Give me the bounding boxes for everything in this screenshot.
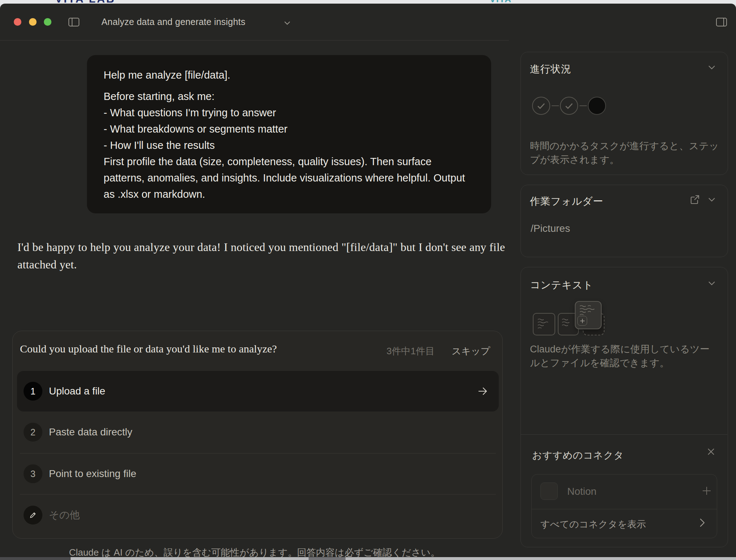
step-current-icon xyxy=(588,97,606,115)
close-window-button[interactable] xyxy=(14,18,21,26)
step-done-icon xyxy=(532,97,550,115)
question-progress-counter: 3件中1件目 xyxy=(386,345,435,358)
right-sidebar-toggle-icon[interactable] xyxy=(715,17,728,28)
ai-disclaimer: Claude は AI のため、誤りを含む可能性があります。回答内容は必ずご確認… xyxy=(0,546,509,559)
option-other[interactable]: その他 xyxy=(17,494,499,535)
chevron-down-icon[interactable] xyxy=(707,197,716,202)
question-text: Could you upload the file or data you'd … xyxy=(20,343,346,355)
skip-button[interactable]: スキップ xyxy=(452,345,490,358)
titlebar: Analyze data and generate insights xyxy=(0,4,736,40)
progress-caption: 時間のかかるタスクが進行すると、ステップが表示されます。 xyxy=(530,139,719,167)
context-caption: Claudeが作業する際に使用しているツールとファイルを確認できます。 xyxy=(530,342,719,370)
pencil-icon xyxy=(24,506,42,525)
chevron-down-icon[interactable] xyxy=(707,64,716,70)
user-message-bullet: - How I'll use the results xyxy=(104,137,474,154)
question-card: Could you upload the file or data you'd … xyxy=(12,331,503,539)
option-label: Upload a file xyxy=(49,385,105,397)
minimize-window-button[interactable] xyxy=(29,18,37,26)
arrow-right-icon xyxy=(477,386,489,396)
section-divider xyxy=(521,434,727,435)
user-message-line: First profile the data (size, completene… xyxy=(104,154,474,202)
option-existing-file[interactable]: 3 Point to existing file xyxy=(17,454,499,494)
claude-app-window: Analyze data and generate insights Help … xyxy=(0,4,736,557)
progress-panel-title: 進行状況 xyxy=(530,62,571,76)
working-folder-path[interactable]: /Pictures xyxy=(531,223,570,234)
step-done-icon xyxy=(560,97,578,115)
connectors-title: おすすめのコネクタ xyxy=(532,449,624,462)
option-label: Point to existing file xyxy=(49,468,136,480)
chevron-down-icon[interactable] xyxy=(707,280,716,286)
left-sidebar-toggle-icon[interactable] xyxy=(67,17,80,28)
option-number-badge: 1 xyxy=(24,382,42,401)
context-panel: コンテキスト Claudeが作業する際に使用しているツールとファイルを確認できま… xyxy=(520,267,728,547)
user-message-line: Before starting, ask me: xyxy=(104,88,474,105)
show-all-connectors-label: すべてのコネクタを表示 xyxy=(540,518,646,531)
user-message-bullet: - What questions I'm trying to answer xyxy=(104,105,474,121)
step-connector xyxy=(552,105,559,106)
show-all-connectors-button[interactable]: すべてのコネクタを表示 xyxy=(532,509,717,538)
working-folder-title: 作業フォルダー xyxy=(530,195,603,208)
option-label: Paste data directly xyxy=(49,426,132,438)
window-title[interactable]: Analyze data and generate insights xyxy=(101,17,245,27)
option-upload-file[interactable]: 1 Upload a file xyxy=(17,371,499,411)
document-add-icon xyxy=(575,301,602,329)
user-message-bullet: - What breakdowns or segments matter xyxy=(104,121,474,137)
zoom-window-button[interactable] xyxy=(44,18,51,26)
context-panel-title: コンテキスト xyxy=(530,278,593,292)
close-icon[interactable] xyxy=(706,447,716,456)
working-folder-panel: 作業フォルダー /Pictures xyxy=(520,185,728,257)
option-label: その他 xyxy=(49,508,80,522)
titlebar-divider xyxy=(0,40,509,41)
connector-name: Notion xyxy=(567,486,597,497)
progress-panel: 進行状況 時間のかかるタスクが進行すると、ステップが表示されます。 xyxy=(520,52,728,175)
add-connector-plus-icon[interactable] xyxy=(701,485,712,496)
document-icon xyxy=(533,313,555,335)
plus-icon xyxy=(577,316,587,326)
notion-logo-placeholder-icon xyxy=(540,482,558,500)
assistant-message: I'd be happy to help you analyze your da… xyxy=(17,238,510,273)
connector-notion-row[interactable]: Notion xyxy=(532,475,717,509)
chevron-right-icon xyxy=(699,517,706,528)
option-paste-data[interactable]: 2 Paste data directly xyxy=(17,412,499,452)
connectors-card: Notion すべてのコネクタを表示 xyxy=(531,474,717,538)
option-number-badge: 2 xyxy=(24,423,42,442)
user-message-bubble: Help me analyze [file/data]. Before star… xyxy=(87,55,491,213)
step-connector xyxy=(580,105,587,106)
user-message-line: Help me analyze [file/data]. xyxy=(104,67,474,83)
option-number-badge: 3 xyxy=(24,464,42,483)
chevron-down-icon[interactable] xyxy=(283,20,291,25)
open-external-icon[interactable] xyxy=(689,194,701,205)
